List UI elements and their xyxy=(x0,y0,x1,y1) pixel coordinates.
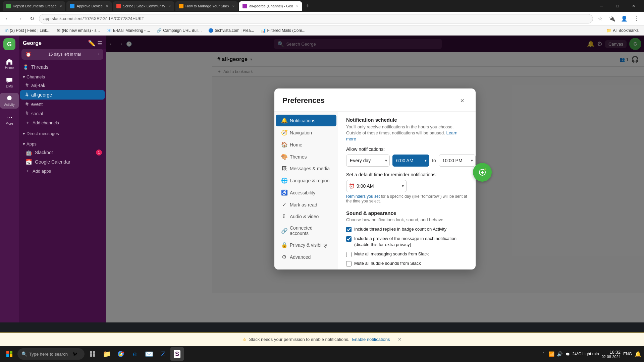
frequency-select[interactable]: Every day Weekdays Weekends xyxy=(346,155,390,167)
bookmark-filtered[interactable]: 📊 Filtered Mails (Com... xyxy=(258,27,308,34)
pref-nav-audio-video[interactable]: 🎙 Audio & video xyxy=(276,211,336,222)
threads-item[interactable]: 🧵 Threads xyxy=(19,62,106,72)
slack-icon-bar: G Home DMs Activity ··· More xyxy=(0,36,19,322)
nav-home[interactable]: Home xyxy=(0,56,19,72)
notification-center[interactable]: 🔔 xyxy=(635,351,641,357)
menu-button[interactable]: ⋮ xyxy=(631,14,641,24)
enable-notifications-link[interactable]: Enable notifications xyxy=(352,337,390,342)
workspace-name[interactable]: George xyxy=(23,40,42,46)
green-circle-button[interactable] xyxy=(473,163,492,182)
bookmark-linkedin[interactable]: in (2) Post | Feed | Link... xyxy=(3,27,53,34)
nav-activity[interactable]: Activity xyxy=(0,93,19,109)
start-time-select[interactable]: 6:00 AM 7:00 AM 8:00 AM xyxy=(392,155,429,167)
nav-dms-label: DMs xyxy=(6,84,13,88)
app-google-calendar[interactable]: 📅 Google Calendar xyxy=(19,157,106,167)
pref-nav-mark-as-read[interactable]: ✓ Mark as read xyxy=(276,199,336,210)
minimize-button[interactable]: ─ xyxy=(594,1,609,11)
apps-header[interactable]: ▾ Apps xyxy=(19,140,106,148)
pref-nav-notifications[interactable]: 🔔 Notifications xyxy=(276,115,336,126)
channel-social[interactable]: # social xyxy=(19,109,106,118)
tab-close[interactable]: × xyxy=(60,4,62,8)
tab-close[interactable]: × xyxy=(168,4,170,8)
trial-banner[interactable]: ⏰ 15 days left in trial › xyxy=(21,49,103,60)
bookmark-email[interactable]: ✉ (No new emails) - s... xyxy=(54,27,102,34)
end-time-select[interactable]: 10:00 PM 9:00 PM 8:00 PM xyxy=(439,155,476,167)
preferences-content: Notification schedule You'll only receiv… xyxy=(338,112,476,269)
tab-close[interactable]: × xyxy=(232,4,234,8)
pref-nav-connected[interactable]: 🔗 Connected accounts xyxy=(276,223,336,239)
channel-aaj-tak[interactable]: # aaj-tak xyxy=(19,81,106,90)
task-view-btn[interactable] xyxy=(86,347,99,361)
plus-icon: ＋ xyxy=(25,120,30,126)
tab-approve[interactable]: Approve Device × xyxy=(66,1,111,11)
chrome-btn[interactable] xyxy=(114,347,127,361)
tray-up-arrow[interactable]: ⌃ xyxy=(540,351,547,357)
slack-workspace-icon[interactable]: G xyxy=(3,38,15,50)
pref-nav-language[interactable]: 🌐 Language & region xyxy=(276,175,336,186)
preview-checkbox[interactable] xyxy=(346,236,352,242)
nav-more[interactable]: ··· More xyxy=(0,111,19,127)
tab-kopyst[interactable]: Kopyst Documents Creation.xls × xyxy=(3,1,65,11)
app-slackbot[interactable]: 🤖 Slackbot 1 xyxy=(19,148,106,157)
tab-close[interactable]: × xyxy=(106,4,108,8)
pref-nav-navigation[interactable]: 🧭 Navigation xyxy=(276,127,336,138)
bookmark-campaign[interactable]: 🔗 Campaign URL Buil... xyxy=(154,27,204,34)
bookmark-star[interactable]: ☆ xyxy=(595,14,605,24)
add-channels-btn[interactable]: ＋ Add channels xyxy=(19,118,106,127)
pref-nav-themes[interactable]: 🎨 Themes xyxy=(276,151,336,163)
reload-button[interactable]: ↻ xyxy=(27,14,37,24)
channels-header[interactable]: ▾ Channels xyxy=(19,73,106,81)
url-bar[interactable]: app.slack.com/client/T076XRZG11A/C077824… xyxy=(39,14,593,23)
taskbar-search-bar[interactable]: 🔍 Type here to search 🐿 xyxy=(17,348,85,360)
threads-icon: 🧵 xyxy=(23,64,29,70)
pref-nav-privacy[interactable]: 🔒 Privacy & visibility xyxy=(276,239,336,251)
back-button[interactable]: ← xyxy=(3,14,13,24)
compose-icon[interactable]: ✏️ xyxy=(88,40,95,47)
language-indicator[interactable]: ENG xyxy=(623,352,632,356)
tab-close[interactable]: × xyxy=(296,4,298,8)
mute-huddle-checkbox[interactable] xyxy=(346,261,352,266)
email-btn[interactable]: ✉️ xyxy=(142,347,156,361)
notification-bar-close[interactable]: ✕ xyxy=(398,337,401,342)
forward-button[interactable]: → xyxy=(15,14,25,24)
weather-icon[interactable]: 🌧 xyxy=(564,351,571,357)
nav-dms[interactable]: DMs xyxy=(0,74,19,90)
slack-taskbar-btn[interactable]: S xyxy=(170,347,184,361)
file-explorer-btn[interactable]: 📁 xyxy=(100,347,113,361)
modal-close-button[interactable]: × xyxy=(457,95,468,106)
taskbar-clock[interactable]: 18:32 02-08-2024 xyxy=(602,350,621,359)
channel-all-george[interactable]: # all-george xyxy=(20,90,105,100)
bookmark-techvista[interactable]: 🔵 techvista.com | Plea... xyxy=(206,27,257,34)
thread-replies-checkbox[interactable] xyxy=(346,227,352,232)
speaker-icon[interactable]: 🔊 xyxy=(556,351,563,357)
pref-nav-advanced[interactable]: ⚙ Advanced xyxy=(276,251,336,263)
main-content: ← → 🕐 🔍 Search George 🔔 ⚙ Canvas G # all… xyxy=(106,36,644,322)
zoom-btn[interactable]: Z xyxy=(156,347,170,361)
pref-nav-home[interactable]: 🏠 Home xyxy=(276,139,336,150)
maximize-button[interactable]: □ xyxy=(610,1,625,11)
reminder-time-select[interactable]: 9:00 AM 8:00 AM 10:00 AM xyxy=(346,180,407,192)
dm-header[interactable]: ▾ Direct messages xyxy=(19,130,106,137)
windows-start-button[interactable] xyxy=(3,347,16,361)
bookmark-emailmktg[interactable]: 📧 E-Mail Marketing - ... xyxy=(104,27,153,34)
channel-name: social xyxy=(31,111,43,116)
filter-icon[interactable]: ☰ xyxy=(97,40,102,47)
close-button[interactable]: ✕ xyxy=(626,1,641,11)
channel-event[interactable]: # event xyxy=(19,100,106,109)
edge-btn[interactable]: e xyxy=(128,347,142,361)
extensions-button[interactable]: 🔌 xyxy=(607,14,617,24)
tab-allgeorge[interactable]: all-george (Channel) - George × xyxy=(239,1,302,11)
mute-messaging-checkbox[interactable] xyxy=(346,252,352,257)
hash-icon: # xyxy=(25,82,29,88)
bookmark-all[interactable]: 📁 All Bookmarks xyxy=(604,27,641,34)
tab-scribe[interactable]: Scribe | Slack Community × xyxy=(113,1,174,11)
add-apps-btn[interactable]: ＋ Add apps xyxy=(19,167,106,175)
app-name: Google Calendar xyxy=(35,159,70,165)
tab-howto[interactable]: How to Manage Your Slack No... × xyxy=(175,1,238,11)
reminders-link[interactable]: Reminders you set xyxy=(346,194,380,199)
pref-nav-messages[interactable]: 🖼 Messages & media xyxy=(276,163,336,174)
pref-nav-accessibility[interactable]: ♿ Accessibility xyxy=(276,187,336,198)
new-tab-button[interactable]: + xyxy=(303,1,313,11)
wifi-icon[interactable]: 📶 xyxy=(548,351,555,357)
profile-button[interactable]: 👤 xyxy=(619,14,629,24)
